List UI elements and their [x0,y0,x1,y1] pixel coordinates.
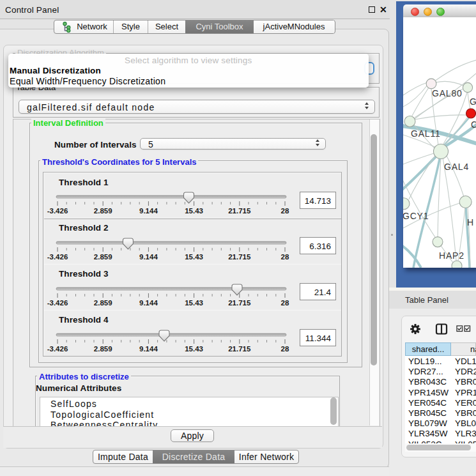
svg-text:H: H [467,217,474,227]
svg-text:2.859: 2.859 [94,345,112,353]
svg-text:C...: C... [471,119,476,130]
svg-text:21.715: 21.715 [228,253,251,261]
svg-text:28: 28 [281,299,289,307]
svg-text:GAL11: GAL11 [411,128,441,139]
svg-text:21.715: 21.715 [228,345,251,353]
svg-text:-3.426: -3.426 [47,207,68,215]
svg-text:28: 28 [281,207,289,215]
svg-text:9.144: 9.144 [139,345,158,353]
svg-text:15.43: 15.43 [185,345,203,353]
svg-text:9.144: 9.144 [139,253,158,261]
svg-text:2.859: 2.859 [94,253,112,261]
svg-text:9.144: 9.144 [139,207,158,215]
svg-text:-3.426: -3.426 [47,253,68,261]
svg-text:-3.426: -3.426 [47,345,68,353]
svg-text:15.43: 15.43 [185,253,203,261]
svg-text:21.715: 21.715 [228,207,251,215]
svg-text:21.715: 21.715 [228,299,251,307]
svg-text:GAL4: GAL4 [444,162,469,172]
svg-text:28: 28 [281,253,289,261]
svg-text:2.859: 2.859 [94,207,112,215]
svg-text:15.43: 15.43 [185,207,203,215]
svg-text:GCY1: GCY1 [403,211,429,221]
svg-text:9.144: 9.144 [139,299,158,307]
svg-text:-3.426: -3.426 [47,299,68,307]
svg-text:15.43: 15.43 [185,299,203,307]
svg-text:2.859: 2.859 [94,299,112,307]
svg-text:28: 28 [281,345,289,353]
svg-text:G...: G... [470,96,476,107]
svg-text:GAL80: GAL80 [432,88,463,98]
svg-text:HAP2: HAP2 [439,250,464,261]
